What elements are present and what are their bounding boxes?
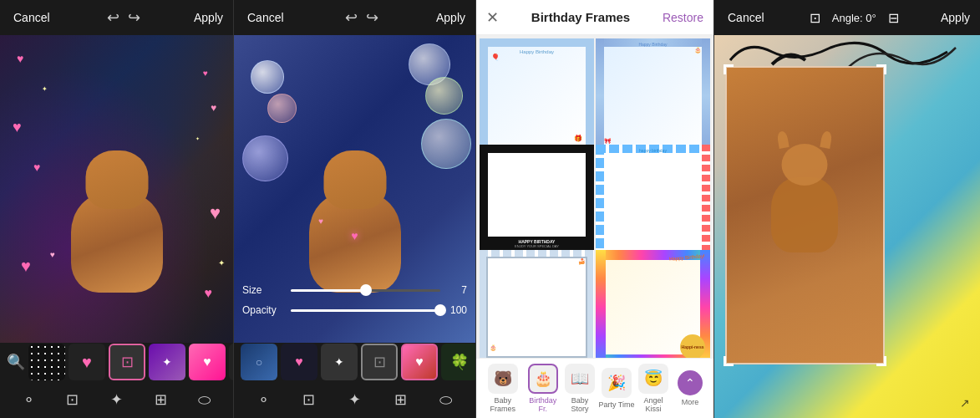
panel1-sparkle-tool[interactable]: ✦ [101, 385, 131, 415]
sticker-thumb-sparkle2[interactable]: ✦ [321, 344, 358, 380]
panel1-apply-button[interactable]: Apply [194, 11, 223, 24]
birthday-frame-5[interactable]: 🎂 🍰 [480, 250, 594, 358]
nav-party-time[interactable]: 🎉 Party Time [598, 368, 635, 409]
panel1-sticker-row: 🔍 ♥ ⊡ ✦ ♥ 🍀 [0, 343, 233, 381]
panel4-image-area: ↗ [714, 35, 980, 418]
panel2-tool-row: ⚬ ⊡ ✦ ⊞ ⬭ [234, 381, 475, 418]
nav-baby-frames-icon: 🐻 [488, 364, 518, 394]
nav-baby-story-icon: 📖 [565, 364, 595, 394]
sticker-thumb-bubbles[interactable]: ○ [241, 344, 277, 380]
panel4-aspect-icon[interactable]: ⊟ [888, 10, 899, 26]
panel2-size-label: Size [242, 284, 284, 296]
panel2-opacity-track[interactable] [291, 309, 440, 312]
panel2-pill-tool[interactable]: ⬭ [431, 385, 461, 415]
panel4-crop-ratio-icon[interactable]: ⊡ [810, 10, 820, 26]
nav-more-label: More [682, 398, 699, 406]
panel-birthday-frames: ✕ Birthday Frames Restore Happy Birthday… [476, 0, 714, 418]
nav-baby-story-label: Baby Story [561, 396, 598, 413]
panel4-angle-display: Angle: 0° [832, 12, 876, 24]
panel1-pill-tool[interactable]: ⬭ [190, 385, 220, 415]
birthday-frames-bottom-nav: 🐻 Baby Frames 🎂 Birthday Fr. 📖 Baby Stor… [476, 358, 713, 418]
panel2-cancel-button[interactable]: Cancel [244, 9, 287, 26]
panel-bubbles: Cancel ↩ ↪ Apply ♥ ♥ Size [234, 0, 476, 418]
sticker-thumb-hearts2[interactable]: ♥ [281, 344, 317, 380]
panel4-header: Cancel ⊡ Angle: 0° ⊟ Apply [714, 0, 980, 35]
nav-more-icon: ⌃ [678, 370, 703, 395]
birthday-frames-grid: Happy Birthday 🎁 🎈 Happy Birthday 🎂 🎀 HA… [476, 35, 713, 358]
panel4-cat-collage [725, 66, 885, 364]
sticker-thumb-hearts-glow[interactable]: ♥ [69, 344, 105, 380]
birthday-frames-title: Birthday Frames [531, 10, 630, 24]
sticker-thumb-stars[interactable] [28, 344, 65, 380]
panel2-crop-tool[interactable]: ⊡ [294, 385, 324, 415]
nav-birthday-frames-label: Birthday Fr. [525, 396, 561, 413]
nav-party-time-label: Party Time [598, 400, 634, 409]
birthday-frame-2[interactable]: Happy Birthday 🎂 🎀 [596, 38, 710, 153]
nav-more[interactable]: ⌃ More [672, 370, 708, 406]
nav-angel-kissi[interactable]: 😇 Angel Kissi [635, 364, 672, 413]
panel4-cancel-button[interactable]: Cancel [724, 9, 768, 26]
panel-crop: Cancel ⊡ Angle: 0° ⊟ Apply [714, 0, 980, 418]
sticker-thumb-photo2[interactable]: ⊡ [361, 344, 398, 380]
panel2-size-track[interactable] [291, 289, 440, 292]
panel2-size-slider-container: Size 7 [234, 284, 475, 299]
birthday-frame-1[interactable]: Happy Birthday 🎁 🎈 [480, 38, 594, 153]
panel2-layers-tool[interactable]: ⊞ [385, 385, 415, 415]
panel1-tool-row: ⚬ ⊡ ✦ ⊞ ⬭ [0, 381, 233, 418]
sticker-thumb-clover2[interactable]: 🍀 [441, 344, 475, 380]
nav-party-time-icon: 🎉 [602, 368, 632, 398]
nav-angel-kissi-icon: 😇 [638, 364, 668, 394]
panel1-crop-tool[interactable]: ⊡ [58, 385, 88, 415]
nav-birthday-frames[interactable]: 🎂 Birthday Fr. [525, 364, 561, 413]
panel4-arrow-indicator: ↗ [960, 396, 970, 410]
panel1-cat-image: ♥ ♥ ♥ ♥ ♥ ♥ ♥ ♥ ♥ ✦ ✦ ✦ [0, 35, 233, 343]
panel2-opacity-value: 100 [447, 304, 467, 316]
birthday-frames-close-button[interactable]: ✕ [486, 8, 499, 27]
panel2-redo-button[interactable]: ↪ [366, 8, 378, 27]
birthday-frame-6[interactable]: Happy Birthday! Happi-ness [596, 250, 710, 358]
panel2-size-value: 7 [447, 284, 467, 296]
panel2-sticker-row: ○ ♥ ✦ ⊡ ♥ 🍀 [234, 343, 475, 381]
panel2-link-tool[interactable]: ⚬ [248, 385, 278, 415]
panel1-link-tool[interactable]: ⚬ [13, 385, 43, 415]
birthday-frames-header: ✕ Birthday Frames Restore [476, 0, 713, 35]
panel2-header: Cancel ↩ ↪ Apply [234, 0, 475, 35]
panel2-bottom-toolbar: ○ ♥ ✦ ⊡ ♥ 🍀 ⚬ ⊡ ✦ ⊞ ⬭ [234, 343, 475, 418]
panel1-header: Cancel ↩ ↪ Apply [0, 0, 233, 35]
panel2-apply-button[interactable]: Apply [436, 11, 465, 24]
panel1-redo-button[interactable]: ↪ [128, 8, 140, 27]
panel2-sparkle-tool[interactable]: ✦ [339, 385, 369, 415]
sticker-thumb-photo-selected[interactable]: ⊡ [109, 344, 145, 380]
sticker-thumb-clover[interactable]: 🍀 [229, 344, 233, 380]
panel1-undo-redo: ↩ ↪ [107, 8, 140, 27]
panel1-undo-button[interactable]: ↩ [107, 8, 119, 27]
nav-baby-story[interactable]: 📖 Baby Story [561, 364, 598, 413]
nav-angel-kissi-label: Angel Kissi [635, 396, 672, 413]
panel2-undo-button[interactable]: ↩ [345, 8, 358, 27]
happiness-badge: Happi-ness [680, 334, 705, 358]
panel4-center-controls: ⊡ Angle: 0° ⊟ [810, 10, 899, 26]
nav-birthday-frames-icon: 🎂 [528, 364, 558, 394]
birthday-frame-4[interactable]: happy birthday [596, 145, 710, 259]
nav-baby-frames-label: Baby Frames [481, 396, 525, 413]
nav-baby-frames[interactable]: 🐻 Baby Frames [481, 364, 525, 413]
sticker-thumb-purple[interactable]: ✦ [149, 344, 185, 380]
sticker-thumb-pink-hearts[interactable]: ♥ [189, 344, 226, 380]
panel2-undo-redo: ↩ ↪ [345, 8, 378, 27]
panel1-search-button[interactable]: 🔍 [7, 344, 25, 380]
panel1-layers-tool[interactable]: ⊞ [145, 385, 175, 415]
panel1-cancel-button[interactable]: Cancel [10, 9, 53, 26]
panel2-opacity-label: Opacity [242, 304, 284, 316]
sticker-thumb-pink2-selected[interactable]: ♥ [401, 344, 438, 380]
panel4-apply-button[interactable]: Apply [941, 11, 970, 24]
panel-effects: Cancel ↩ ↪ Apply ♥ ♥ ♥ ♥ ♥ ♥ ♥ ♥ ♥ ✦ ✦ ✦ [0, 0, 234, 418]
birthday-frames-restore-button[interactable]: Restore [663, 11, 703, 24]
panel1-image-area: ♥ ♥ ♥ ♥ ♥ ♥ ♥ ♥ ♥ ✦ ✦ ✦ [0, 35, 233, 343]
birthday-frame-3[interactable]: HAPPY BIRTHDAY ENJOY YOUR SPECIAL DAY [480, 145, 594, 259]
panel2-image-area: ♥ ♥ Size 7 Opacity 100 [234, 35, 475, 343]
panel2-opacity-slider-container: Opacity 100 [234, 304, 475, 319]
panel1-bottom-toolbar: 🔍 ♥ ⊡ ✦ ♥ 🍀 ⚬ ⊡ ✦ ⊞ ⬭ [0, 343, 233, 418]
